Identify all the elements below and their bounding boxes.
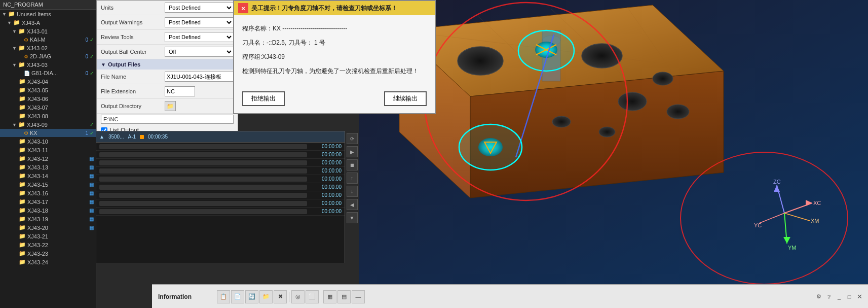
units-select[interactable]: Post Defined xyxy=(165,3,234,13)
tree-item-xj4324[interactable]: 📁XJ43-24 xyxy=(0,258,96,266)
vt-btn-4[interactable]: ↑ xyxy=(347,173,358,184)
tree-item-xj4313[interactable]: 📁XJ43-13▦ xyxy=(0,163,96,172)
tree-item-xj4320[interactable]: 📁XJ43-20▦ xyxy=(0,223,96,232)
svg-text:YC: YC xyxy=(754,222,762,228)
info-btn-8[interactable]: ▦ xyxy=(323,290,336,303)
tree-item-xj4315[interactable]: 📁XJ43-15▦ xyxy=(0,180,96,189)
file-ext-input[interactable] xyxy=(165,86,195,96)
vt-btn-1[interactable]: ⟳ xyxy=(347,133,358,144)
output-ball-center-select[interactable]: Off xyxy=(165,47,234,57)
review-tools-select[interactable]: Post Defined xyxy=(165,32,234,42)
file-name-input[interactable] xyxy=(165,72,239,82)
progress-bar-bg xyxy=(99,160,307,165)
info-help-btn[interactable]: ? xyxy=(824,292,834,301)
warn-line-4: 检测到特征孔刀专刀轴，为您避免了一次撞机检查后重新后处理！ xyxy=(242,65,427,77)
units-row: Units Post Defined xyxy=(97,1,238,15)
tree-item-xj4314[interactable]: 📁XJ43-14▦ xyxy=(0,172,96,180)
svg-point-14 xyxy=(653,72,673,85)
folder-icon: 📁 xyxy=(19,113,26,119)
vt-btn-3[interactable]: ⏹ xyxy=(347,159,358,170)
tree-item-xj4305[interactable]: 📁XJ43-05 xyxy=(0,86,96,94)
expand-icon: ▼ xyxy=(2,12,7,17)
tree-label: XJ43-12 xyxy=(27,156,88,162)
svg-text:YM: YM xyxy=(788,245,797,251)
vt-btn-2[interactable]: ▶ xyxy=(347,146,358,157)
info-btn-10[interactable]: — xyxy=(352,290,365,303)
expand-icon: ▼ xyxy=(12,46,17,51)
svg-point-13 xyxy=(667,105,689,119)
folder-icon: 📁 xyxy=(19,250,26,257)
timeline-row: 00:00:00 xyxy=(96,175,345,183)
tree-item-xj4309[interactable]: ▼📁XJ43-09✓ xyxy=(0,120,96,129)
grid-icon: ▦ xyxy=(89,216,94,222)
warn-line-1: 程序名称：KX -------------------------------- xyxy=(242,22,427,35)
tree-item-xj4306[interactable]: 📁XJ43-06 xyxy=(0,94,96,103)
info-btn-7[interactable]: ⬜ xyxy=(306,290,319,303)
panel-header: NC_PROGRAM xyxy=(0,0,96,10)
reject-output-button[interactable]: 拒绝输出 xyxy=(242,91,285,106)
tree-label: XJ43-13 xyxy=(27,164,88,170)
vt-btn-5[interactable]: ↓ xyxy=(347,186,358,197)
tree-item-xj4323[interactable]: 📁XJ43-23 xyxy=(0,249,96,258)
continue-output-button[interactable]: 继续输出 xyxy=(384,91,427,106)
tree-item-jiag2d[interactable]: ⚙2D-JIAG0✓ xyxy=(0,52,96,60)
information-bar: Information 📋 📄 🔄 📁 ✖ ◎ ⬜ ▦ ▤ — ⚙ ? _ □ … xyxy=(152,284,868,308)
tree-item-unused[interactable]: ▼📁Unused Items xyxy=(0,10,96,18)
warn-line-3: 程序组:XJ43-09 xyxy=(242,51,427,63)
warning-title-text: 吴工提示！刀专角度刀轴不对，请检查刀轴或坐标系！ xyxy=(251,4,397,13)
tree-item-xj4319[interactable]: 📁XJ43-19▦ xyxy=(0,215,96,223)
vt-btn-7[interactable]: ▼ xyxy=(347,212,358,223)
output-ball-center-row: Output Ball Center Off xyxy=(97,45,238,59)
info-btn-9[interactable]: ▤ xyxy=(337,290,351,303)
info-btn-5[interactable]: ✖ xyxy=(274,290,287,303)
expand-icon: ▼ xyxy=(12,62,17,67)
warning-close-btn[interactable]: × xyxy=(238,3,248,13)
info-btn-6[interactable]: ◎ xyxy=(291,290,305,303)
info-toolbar: 📋 📄 🔄 📁 ✖ ◎ ⬜ ▦ ▤ — xyxy=(213,290,814,303)
tree-item-xj4303[interactable]: ▼📁XJ43-03 xyxy=(0,60,96,69)
tree-item-xj4316[interactable]: 📁XJ43-16▦ xyxy=(0,189,96,197)
tree-item-xj43a[interactable]: ▼📁XJ43-A xyxy=(0,18,96,27)
tree-item-xj4308[interactable]: 📁XJ43-08 xyxy=(0,112,96,120)
info-btn-4[interactable]: 📁 xyxy=(259,290,273,303)
tree-item-xj4321[interactable]: 📁XJ43-21 xyxy=(0,232,96,241)
prog-icon: ⚙ xyxy=(24,54,28,59)
info-minimize-btn[interactable]: _ xyxy=(835,292,844,301)
warning-title-bar: × 吴工提示！刀专角度刀轴不对，请检查刀轴或坐标系！ xyxy=(234,1,435,15)
output-dir-label: Output Directory xyxy=(101,103,162,109)
tree-item-xj4307[interactable]: 📁XJ43-07 xyxy=(0,103,96,112)
info-btn-3[interactable]: 🔄 xyxy=(245,290,258,303)
info-btn-2[interactable]: 📄 xyxy=(231,290,244,303)
info-gear-btn[interactable]: ⚙ xyxy=(814,292,823,301)
time-value: 00:00:00 xyxy=(311,144,342,149)
tree-item-xj4312[interactable]: 📁XJ43-12▦ xyxy=(0,154,96,163)
output-files-header: ▼ Output Files xyxy=(97,59,238,70)
tree-item-xj4317[interactable]: 📁XJ43-17▦ xyxy=(0,197,96,206)
tree-label: XJ43-15 xyxy=(27,182,88,188)
tree-item-xj4322[interactable]: 📁XJ43-22 xyxy=(0,241,96,249)
tree-item-xj4301[interactable]: ▼📁XJ43-01 xyxy=(0,27,96,36)
tree-item-xj4318[interactable]: 📁XJ43-18▦ xyxy=(0,206,96,215)
vt-btn-6[interactable]: ◀ xyxy=(347,199,358,210)
progress-bar-bg xyxy=(99,177,307,182)
tree-item-xj4302[interactable]: ▼📁XJ43-02 xyxy=(0,44,96,52)
output-warnings-select[interactable]: Post Defined xyxy=(165,17,234,27)
tl-col-2: 3500... xyxy=(108,134,124,140)
info-close-btn[interactable]: ✕ xyxy=(855,292,864,301)
file-icon: 📄 xyxy=(24,71,30,76)
tree-item-kx[interactable]: ⚙KX1✓ xyxy=(0,129,96,137)
tree-item-xj4311[interactable]: 📁XJ43-11 xyxy=(0,146,96,154)
info-btn-1[interactable]: 📋 xyxy=(217,290,230,303)
dir-browse-btn[interactable]: 📁 xyxy=(165,101,176,111)
tree-item-g81dia[interactable]: 📄G81-DIA...0✓ xyxy=(0,69,96,77)
info-restore-btn[interactable]: □ xyxy=(845,292,854,301)
folder-icon: 📁 xyxy=(19,259,26,265)
output-ball-center-label: Output Ball Center xyxy=(101,49,162,55)
expand-icon: ▼ xyxy=(12,29,17,34)
tree-item-xj4310[interactable]: 📁XJ43-10 xyxy=(0,137,96,146)
tree-item-xj4304[interactable]: 📁XJ43-04 xyxy=(0,77,96,86)
left-panel: NC_PROGRAM ▼📁Unused Items▼📁XJ43-A▼📁XJ43-… xyxy=(0,0,96,308)
tree-label: XJ43-24 xyxy=(27,259,94,265)
tree-item-kaim[interactable]: ⚙KAI-M0✓ xyxy=(0,36,96,44)
tree-check: ✓ xyxy=(90,71,94,76)
